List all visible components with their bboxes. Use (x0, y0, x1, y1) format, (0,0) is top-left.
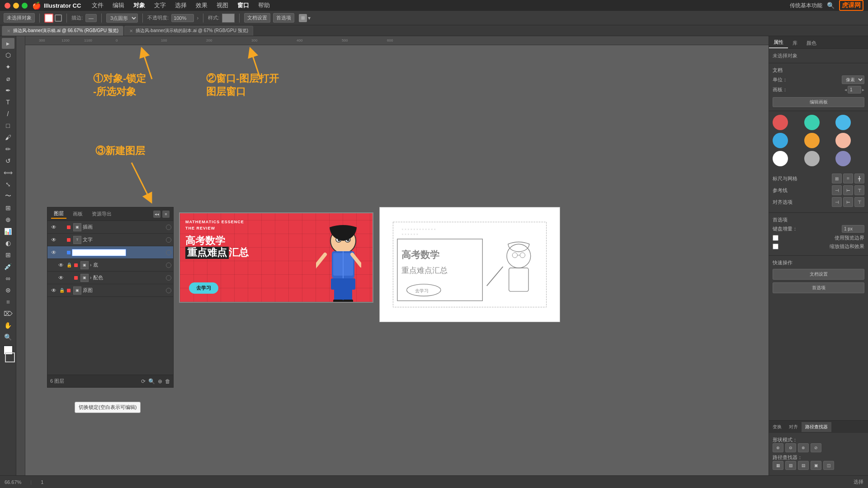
magic-wand-tool[interactable]: ✦ (2, 61, 14, 72)
swatch-cyan[interactable] (773, 133, 788, 148)
tab-2-close[interactable]: ✕ (129, 28, 133, 33)
opacity-arrow[interactable]: › (197, 15, 198, 21)
layer-row-6[interactable]: 👁 🔒 ▣ 原图 (47, 284, 173, 297)
swatch-red[interactable] (773, 115, 788, 130)
pencil-tool[interactable]: ✏ (2, 144, 14, 155)
swatch-lavender[interactable] (835, 151, 851, 166)
mesh-tool[interactable]: ⊞ (2, 249, 14, 260)
menu-help[interactable]: 帮助 (258, 1, 270, 9)
align-tab[interactable]: 对齐 (785, 422, 802, 432)
menu-object[interactable]: 对象 (133, 1, 145, 9)
blend-tool[interactable]: ∞ (2, 273, 14, 284)
layer-4-expand[interactable]: › (90, 263, 91, 267)
artboard-input[interactable] (848, 86, 861, 94)
close-button[interactable] (5, 3, 10, 9)
delete-layer-btn[interactable]: 🗑 (165, 378, 170, 385)
line-tool[interactable]: / (2, 108, 14, 119)
menu-edit[interactable]: 编辑 (113, 1, 124, 9)
layer-6-eye[interactable]: 👁 (49, 287, 58, 294)
layer-6-lock[interactable]: 🔒 (58, 288, 66, 293)
keyboard-input[interactable] (842, 225, 864, 233)
tab-2[interactable]: ✕ 插边风-banner演示稿的副本.ai @ 67% (RGB/GPU 预览) (124, 26, 253, 36)
layer-row-4[interactable]: 👁 🔒 ▣ › 底 (47, 259, 173, 272)
pathfinder-4[interactable]: ▣ (811, 461, 821, 470)
canvas-area[interactable]: 300 1200 1100 0 100 200 300 400 500 600 … (16, 36, 769, 475)
menu-window[interactable]: 窗口 (237, 1, 249, 9)
quick-preferences[interactable]: 首选项 (773, 282, 864, 293)
edit-artboard-button[interactable]: 编辑画板 (773, 97, 864, 107)
doc-settings-button[interactable]: 文档设置 (244, 13, 270, 23)
layer-4-lock[interactable]: 🔒 (66, 263, 73, 267)
pathfinder-5[interactable]: ◫ (823, 461, 834, 470)
stroke-color[interactable] (5, 352, 15, 362)
minimize-button[interactable] (13, 3, 19, 9)
panel-collapse-btn[interactable]: ◂◂ (153, 211, 160, 218)
artboard-tab[interactable]: 画板 (70, 210, 85, 218)
shape-mode-4[interactable]: ⊘ (811, 443, 821, 452)
layer-4-eye[interactable]: 👁 (57, 262, 66, 268)
gradient-tool[interactable]: ◐ (2, 238, 14, 249)
guide-btn-1[interactable]: ⊣ (832, 185, 842, 195)
pathfinder-tab[interactable]: 路径查找器 (802, 422, 831, 432)
ruler-btn[interactable]: ⌗ (843, 174, 853, 183)
eraser-tool[interactable]: ⌦ (2, 308, 14, 319)
snap-corners-checkbox[interactable] (773, 235, 778, 241)
panel-menu-btn[interactable]: ≡ (162, 211, 170, 218)
shape-builder[interactable]: ⊕ (2, 214, 14, 225)
maximize-button[interactable] (22, 3, 28, 9)
eyedropper-tool[interactable]: 💉 (2, 261, 14, 272)
menu-file[interactable]: 文件 (92, 1, 104, 9)
layer-row-1[interactable]: 👁 ▣ 插画 (47, 221, 173, 234)
window-controls[interactable] (5, 3, 28, 9)
reflect-tool[interactable]: ⟺ (2, 167, 14, 178)
direct-select-tool[interactable]: ⬡ (2, 50, 14, 61)
layer-row-2[interactable]: 👁 T 文字 (47, 234, 173, 246)
width-tool[interactable]: ⊞ (2, 202, 14, 213)
guide-btn-2[interactable]: ⊢ (843, 185, 853, 195)
warp-tool[interactable]: 〜 (2, 191, 14, 202)
hand-tool[interactable]: ✋ (2, 320, 14, 331)
layer-3-name-input[interactable] (72, 249, 126, 256)
paintbrush-tool[interactable]: 🖌 (2, 132, 14, 143)
transform-tab[interactable]: 变换 (769, 422, 785, 432)
grid-btn[interactable]: ⊞ (832, 174, 842, 183)
lasso-tool[interactable]: ⌀ (2, 73, 14, 84)
artboard-next[interactable]: ▸ (862, 87, 864, 92)
banner-cta-btn[interactable]: 去学习 (189, 282, 218, 294)
layer-2-eye[interactable]: 👁 (49, 237, 58, 243)
new-layer-btn[interactable]: ⊕ (158, 378, 162, 385)
layer-3-eye[interactable]: 👁 (49, 249, 58, 256)
layer-row-5[interactable]: 👁 ▣ › 配色 (47, 272, 173, 284)
new-layer-from-sel[interactable]: ⟳ (141, 378, 146, 385)
menu-bar[interactable]: 文件 编辑 对象 文字 选择 效果 视图 窗口 帮助 (92, 1, 270, 9)
zoom-tool[interactable]: 🔍 (2, 332, 14, 343)
menu-effect[interactable]: 效果 (196, 1, 208, 9)
quick-doc-settings[interactable]: 文档设置 (773, 269, 864, 280)
guide-btn-3[interactable]: ⊤ (854, 185, 864, 195)
layer-row-3[interactable]: 👁 (47, 246, 173, 259)
pathfinder-3[interactable]: ▤ (798, 461, 809, 470)
shape-select[interactable]: 3点圆形 (106, 14, 138, 23)
align-option-3[interactable]: ⊤ (854, 197, 864, 207)
tab-1[interactable]: ✕ 插边风-banner演示稿.ai @ 66.67% (RGB/GPU 预览) (2, 26, 123, 36)
shape-mode-2[interactable]: ⊖ (785, 443, 796, 452)
swatch-white[interactable] (773, 151, 788, 166)
export-tab[interactable]: 资源导出 (89, 210, 114, 218)
pen-tool[interactable]: ✒ (2, 85, 14, 96)
guides-toggle[interactable]: ╋ (854, 174, 864, 183)
scale-tool[interactable]: ⤡ (2, 179, 14, 190)
symbol-tool[interactable]: ⊛ (2, 285, 14, 296)
shape-mode-3[interactable]: ⊗ (798, 443, 809, 452)
shape-mode-1[interactable]: ⊕ (773, 443, 783, 452)
color-tab[interactable]: 颜色 (802, 38, 821, 48)
layer-1-eye[interactable]: 👁 (49, 224, 58, 230)
menu-select[interactable]: 选择 (175, 1, 187, 9)
type-tool[interactable]: T (2, 97, 14, 108)
style-swatch[interactable] (222, 14, 235, 23)
pathfinder-1[interactable]: ▦ (773, 461, 783, 470)
swatch-gray[interactable] (804, 151, 820, 166)
pathfinder-2[interactable]: ▧ (785, 461, 796, 470)
swatch-peach[interactable] (835, 133, 851, 148)
make-clipping-mask[interactable]: 🔍 (148, 378, 155, 385)
artboard-prev[interactable]: ◂ (844, 87, 847, 92)
